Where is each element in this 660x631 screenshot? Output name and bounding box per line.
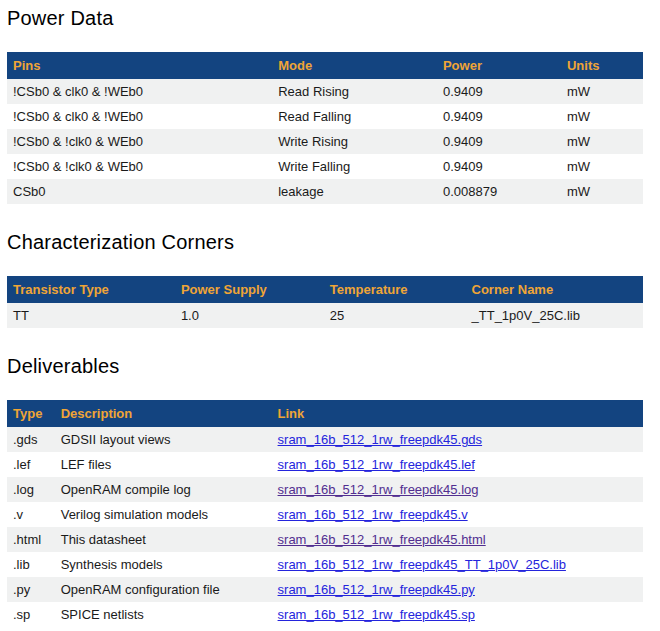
table-cell: Write Rising: [272, 129, 437, 154]
file-link[interactable]: sram_16b_512_1rw_freepdk45.gds: [278, 432, 483, 447]
column-header: Pins: [7, 52, 272, 79]
deliverables-table: TypeDescriptionLink.gdsGDSII layout view…: [7, 400, 643, 627]
section-title-deliverables: Deliverables: [7, 354, 643, 378]
table-row: !CSb0 & clk0 & !WEb0Read Rising0.9409mW: [7, 79, 643, 104]
table-row: .lefLEF filessram_16b_512_1rw_freepdk45.…: [7, 452, 643, 477]
file-link[interactable]: sram_16b_512_1rw_freepdk45_TT_1p0V_25C.l…: [278, 557, 566, 572]
column-header: Description: [55, 400, 272, 427]
table-cell: 0.008879: [437, 179, 561, 204]
characterization-corners-table: Transistor TypePower SupplyTemperatureCo…: [7, 276, 643, 328]
section-title-characterization-corners: Characterization Corners: [7, 230, 643, 254]
table-cell: .lef: [7, 452, 55, 477]
table-cell: 0.9409: [437, 104, 561, 129]
datasheet-page: Power Data PinsModePowerUnits!CSb0 & clk…: [0, 0, 660, 631]
table-cell: mW: [561, 154, 643, 179]
table-cell: !CSb0 & clk0 & !WEb0: [7, 79, 272, 104]
table-cell: .sp: [7, 602, 55, 627]
table-cell: sram_16b_512_1rw_freepdk45.sp: [272, 602, 643, 627]
table-cell: Write Falling: [272, 154, 437, 179]
table-row: !CSb0 & !clk0 & WEb0Write Falling0.9409m…: [7, 154, 643, 179]
table-row: TT1.025_TT_1p0V_25C.lib: [7, 303, 643, 328]
table-cell: sram_16b_512_1rw_freepdk45.log: [272, 477, 643, 502]
table-row: .logOpenRAM compile logsram_16b_512_1rw_…: [7, 477, 643, 502]
table-cell: !CSb0 & !clk0 & WEb0: [7, 154, 272, 179]
table-cell: mW: [561, 129, 643, 154]
table-cell: GDSII layout views: [55, 427, 272, 452]
table-row: .libSynthesis modelssram_16b_512_1rw_fre…: [7, 552, 643, 577]
table-cell: .html: [7, 527, 55, 552]
table-cell: .v: [7, 502, 55, 527]
table-cell: 25: [324, 303, 466, 328]
table-cell: OpenRAM compile log: [55, 477, 272, 502]
table-cell: !CSb0 & clk0 & !WEb0: [7, 104, 272, 129]
column-header: Power Supply: [175, 276, 324, 303]
table-header-row: PinsModePowerUnits: [7, 52, 643, 79]
column-header: Units: [561, 52, 643, 79]
table-cell: This datasheet: [55, 527, 272, 552]
column-header: Mode: [272, 52, 437, 79]
file-link[interactable]: sram_16b_512_1rw_freepdk45.lef: [278, 457, 475, 472]
table-row: .pyOpenRAM configuration filesram_16b_51…: [7, 577, 643, 602]
table-cell: LEF files: [55, 452, 272, 477]
table-cell: Synthesis models: [55, 552, 272, 577]
table-cell: Read Rising: [272, 79, 437, 104]
column-header: Transistor Type: [7, 276, 175, 303]
table-cell: 0.9409: [437, 129, 561, 154]
table-header-row: TypeDescriptionLink: [7, 400, 643, 427]
table-cell: mW: [561, 79, 643, 104]
file-link[interactable]: sram_16b_512_1rw_freepdk45.html: [278, 532, 486, 547]
table-cell: sram_16b_512_1rw_freepdk45.gds: [272, 427, 643, 452]
file-link[interactable]: sram_16b_512_1rw_freepdk45.py: [278, 582, 475, 597]
table-cell: .gds: [7, 427, 55, 452]
table-row: .spSPICE netlistssram_16b_512_1rw_freepd…: [7, 602, 643, 627]
table-cell: OpenRAM configuration file: [55, 577, 272, 602]
table-cell: sram_16b_512_1rw_freepdk45.lef: [272, 452, 643, 477]
column-header: Corner Name: [466, 276, 643, 303]
table-row: !CSb0 & !clk0 & WEb0Write Rising0.9409mW: [7, 129, 643, 154]
table-cell: Read Falling: [272, 104, 437, 129]
table-cell: CSb0: [7, 179, 272, 204]
table-cell: .log: [7, 477, 55, 502]
table-cell: TT: [7, 303, 175, 328]
file-link[interactable]: sram_16b_512_1rw_freepdk45.log: [278, 482, 479, 497]
column-header: Type: [7, 400, 55, 427]
table-cell: .lib: [7, 552, 55, 577]
table-cell: _TT_1p0V_25C.lib: [466, 303, 643, 328]
table-cell: 1.0: [175, 303, 324, 328]
table-cell: !CSb0 & !clk0 & WEb0: [7, 129, 272, 154]
table-cell: leakage: [272, 179, 437, 204]
table-cell: mW: [561, 179, 643, 204]
table-cell: mW: [561, 104, 643, 129]
power-data-table: PinsModePowerUnits!CSb0 & clk0 & !WEb0Re…: [7, 52, 643, 204]
section-title-power-data: Power Data: [7, 6, 643, 30]
table-cell: .py: [7, 577, 55, 602]
file-link[interactable]: sram_16b_512_1rw_freepdk45.v: [278, 507, 468, 522]
table-cell: 0.9409: [437, 79, 561, 104]
table-cell: sram_16b_512_1rw_freepdk45_TT_1p0V_25C.l…: [272, 552, 643, 577]
table-cell: Verilog simulation models: [55, 502, 272, 527]
table-row: CSb0leakage0.008879mW: [7, 179, 643, 204]
column-header: Temperature: [324, 276, 466, 303]
column-header: Link: [272, 400, 643, 427]
table-row: .htmlThis datasheetsram_16b_512_1rw_free…: [7, 527, 643, 552]
table-cell: sram_16b_512_1rw_freepdk45.html: [272, 527, 643, 552]
column-header: Power: [437, 52, 561, 79]
table-cell: 0.9409: [437, 154, 561, 179]
table-row: .vVerilog simulation modelssram_16b_512_…: [7, 502, 643, 527]
table-row: !CSb0 & clk0 & !WEb0Read Falling0.9409mW: [7, 104, 643, 129]
table-header-row: Transistor TypePower SupplyTemperatureCo…: [7, 276, 643, 303]
table-cell: sram_16b_512_1rw_freepdk45.v: [272, 502, 643, 527]
table-row: .gdsGDSII layout viewssram_16b_512_1rw_f…: [7, 427, 643, 452]
table-cell: SPICE netlists: [55, 602, 272, 627]
file-link[interactable]: sram_16b_512_1rw_freepdk45.sp: [278, 607, 475, 622]
table-cell: sram_16b_512_1rw_freepdk45.py: [272, 577, 643, 602]
